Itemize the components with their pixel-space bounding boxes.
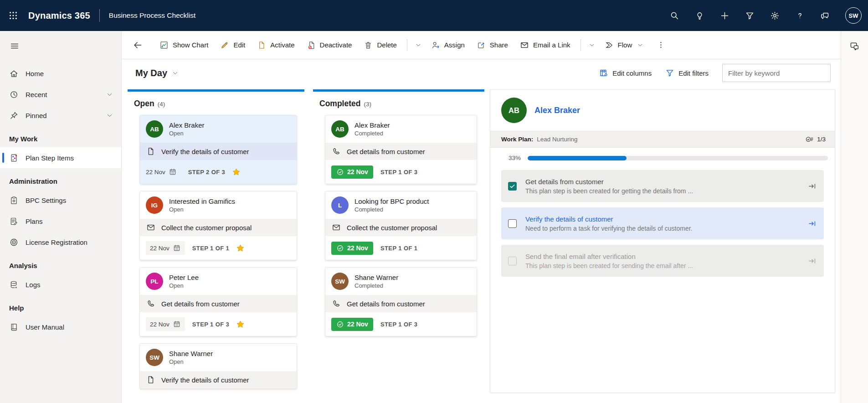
- sidebar-item-recent[interactable]: Recent: [0, 84, 121, 105]
- command-label: Edit: [233, 41, 245, 49]
- avatar-initials: AB: [335, 126, 344, 133]
- logs-icon: [9, 280, 19, 289]
- progress-percent-label: 33%: [508, 155, 521, 161]
- due-date: 22 Nov: [347, 320, 368, 328]
- record-name-link[interactable]: Alex Braker: [534, 106, 580, 115]
- sidebar-item-label: BPC Settings: [26, 196, 66, 204]
- step-checkbox[interactable]: [508, 219, 517, 228]
- column-header: Open (4): [128, 92, 304, 114]
- sidebar-item-label: User Manual: [26, 323, 64, 331]
- keyword-filter-input[interactable]: [722, 64, 831, 82]
- skip-to-step-icon[interactable]: [807, 256, 817, 266]
- edit-button[interactable]: Edit: [214, 36, 251, 55]
- avatar-initials: L: [338, 202, 342, 209]
- step-indicator: STEP 1 OF 3: [192, 321, 229, 328]
- task-label: Get details from customer: [347, 300, 425, 308]
- plan-card[interactable]: SW Shane Warner Open Verify the details …: [139, 343, 297, 389]
- view-selector[interactable]: My Day: [135, 68, 179, 78]
- email-link-button[interactable]: Email a Link: [514, 36, 576, 55]
- feedback-chat-icon[interactable]: [820, 11, 830, 21]
- plan-card[interactable]: IG Interested in Gamifics Open Collect t…: [139, 191, 297, 260]
- work-plan-label: Work Plan:: [501, 136, 533, 143]
- skip-to-step-icon[interactable]: [807, 219, 817, 228]
- settings-gear-icon[interactable]: [770, 11, 780, 21]
- flow-button[interactable]: Flow: [599, 36, 650, 55]
- card-task-row: Get details from customer: [325, 143, 477, 160]
- more-commands-button[interactable]: [653, 36, 668, 55]
- card-footer: 22 Nov STEP 1 OF 1: [140, 236, 297, 260]
- filter-icon[interactable]: [745, 11, 755, 21]
- sidebar-item-user-manual[interactable]: User Manual: [0, 316, 121, 337]
- step-description: Need to perform a task for verifying the…: [525, 225, 693, 232]
- star-icon[interactable]: [236, 243, 245, 253]
- delete-overflow-chevron[interactable]: [411, 36, 425, 55]
- command-label: Flow: [618, 41, 632, 49]
- plan-card[interactable]: SW Shane Warner Completed Get details fr…: [325, 267, 477, 336]
- edit-columns-button[interactable]: Edit columns: [599, 68, 652, 78]
- edit-filters-button[interactable]: Edit filters: [665, 68, 709, 78]
- plan-card[interactable]: AB Alex Braker Open Verify the details o…: [139, 115, 297, 184]
- star-icon[interactable]: [236, 320, 245, 329]
- assign-button[interactable]: Assign: [425, 36, 471, 55]
- book-icon: [9, 322, 19, 332]
- mail-icon: [520, 41, 529, 50]
- deactivate-button[interactable]: Deactivate: [301, 36, 358, 55]
- plus-icon[interactable]: [720, 11, 729, 21]
- sidebar-item-label: Plan Step Items: [26, 154, 74, 162]
- doc-icon: [146, 147, 155, 156]
- step-title[interactable]: Verify the details of customer: [525, 215, 693, 223]
- doc-icon: [146, 375, 155, 384]
- plan-step-item[interactable]: Send the final email after verification …: [501, 245, 824, 277]
- due-date: 22 Nov: [150, 245, 169, 252]
- sidebar-item-plans[interactable]: Plans: [0, 211, 121, 232]
- waffle-menu-icon[interactable]: [8, 10, 18, 21]
- step-checkbox[interactable]: [508, 182, 517, 191]
- card-header: AB Alex Braker Open: [140, 115, 297, 143]
- activate-button[interactable]: Activate: [251, 36, 300, 55]
- lightbulb-icon[interactable]: [695, 11, 704, 21]
- steps-count: 1/3: [817, 136, 826, 143]
- due-date: 22 Nov: [347, 168, 368, 176]
- show-chart-button[interactable]: Show Chart: [154, 36, 214, 55]
- plan-step-item[interactable]: Get details from customer This plan step…: [501, 170, 824, 202]
- sidebar-item-logs[interactable]: Logs: [0, 274, 121, 295]
- step-indicator: STEP 1 OF 1: [192, 245, 229, 252]
- collapse-panel-icon[interactable]: [849, 41, 860, 52]
- app-title[interactable]: Business Process Checklist: [109, 11, 195, 20]
- help-icon[interactable]: [795, 11, 805, 21]
- sidebar-item-pinned[interactable]: Pinned: [0, 105, 121, 126]
- plan-step-item[interactable]: Verify the details of customer Need to p…: [501, 207, 824, 239]
- back-icon[interactable]: [133, 40, 143, 50]
- email-overflow-chevron[interactable]: [585, 36, 599, 55]
- card-task-row: Verify the details of customer: [140, 143, 297, 160]
- sidebar-item-plan-step-items[interactable]: Plan Step Items: [0, 147, 121, 168]
- app-shell: Home Recent Pinned My Work Plan Step Ite…: [0, 31, 868, 403]
- sidebar-item-bpc-settings[interactable]: BPC Settings: [0, 190, 121, 211]
- avatar-initials: AB: [150, 126, 159, 133]
- edit-columns-label: Edit columns: [612, 69, 652, 77]
- plan-card[interactable]: L Looking for BPC product Completed Coll…: [325, 191, 477, 260]
- detail-panel: AB Alex Braker Work Plan: Lead Nurturing…: [490, 89, 835, 393]
- star-icon[interactable]: [231, 167, 241, 177]
- avatar-initials: SW: [849, 12, 858, 19]
- hamburger-menu-icon[interactable]: [10, 41, 20, 51]
- share-button[interactable]: Share: [471, 36, 514, 55]
- skip-to-step-icon[interactable]: [807, 181, 817, 191]
- column-count: (4): [158, 101, 165, 108]
- plan-card[interactable]: PL Peter Lee Open Get details from custo…: [139, 267, 297, 336]
- card-status: Open: [169, 206, 235, 213]
- chevron-down-icon[interactable]: [106, 91, 113, 98]
- avatar-initials: AB: [508, 106, 519, 115]
- user-avatar[interactable]: SW: [845, 7, 862, 24]
- plan-card[interactable]: AB Alex Braker Completed Get details fro…: [325, 115, 477, 184]
- sidebar-item-home[interactable]: Home: [0, 63, 121, 84]
- search-icon[interactable]: [670, 11, 679, 21]
- due-date: 22 Nov: [146, 169, 165, 176]
- sidebar-item-license-registration[interactable]: License Registration: [0, 232, 121, 253]
- chevron-down-icon[interactable]: [106, 112, 113, 119]
- card-header: SW Shane Warner Open: [140, 344, 297, 371]
- avatar-initials: IG: [151, 202, 158, 209]
- delete-button[interactable]: Delete: [358, 36, 402, 55]
- card-footer: 22 Nov STEP 1 OF 3: [140, 312, 297, 336]
- calendar-icon: [173, 320, 181, 328]
